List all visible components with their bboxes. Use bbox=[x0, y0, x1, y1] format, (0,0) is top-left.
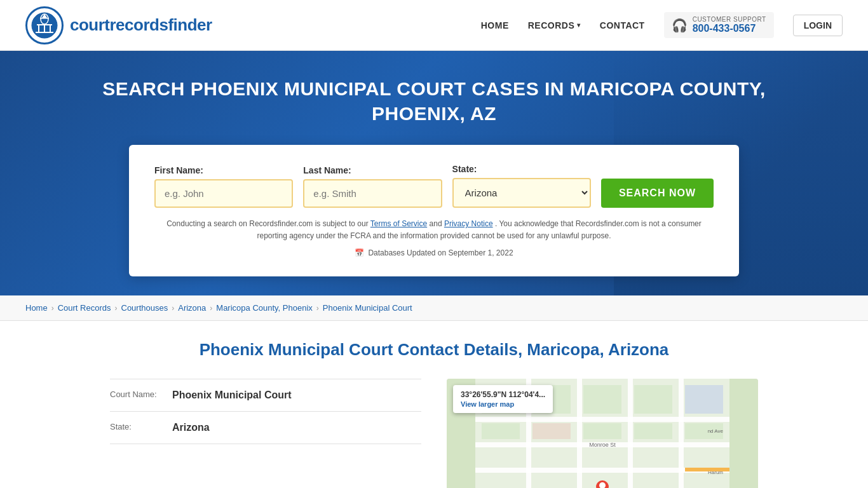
court-name-label: Court Name: bbox=[110, 390, 167, 399]
first-name-input[interactable] bbox=[154, 179, 293, 208]
breadcrumb-home[interactable]: Home bbox=[25, 303, 48, 313]
support-number: 800-433-0567 bbox=[693, 23, 766, 34]
disclaimer-text: Conducting a search on Recordsfinder.com… bbox=[154, 218, 714, 242]
privacy-link[interactable]: Privacy Notice bbox=[444, 219, 493, 228]
court-name-row: Court Name: Phoenix Municipal Court bbox=[110, 379, 421, 412]
support-area: 🎧 CUSTOMER SUPPORT 800-433-0567 bbox=[664, 12, 774, 38]
svg-rect-17 bbox=[679, 379, 684, 488]
logo[interactable]: courtrecordsfinder bbox=[25, 6, 212, 44]
breadcrumb-sep-1: › bbox=[51, 304, 54, 313]
db-update: 📅 Databases Updated on September 1, 2022 bbox=[154, 248, 714, 257]
last-name-label: Last Name: bbox=[303, 165, 442, 175]
logo-icon bbox=[25, 6, 64, 44]
svg-rect-5 bbox=[50, 25, 51, 32]
site-header: courtrecordsfinder HOME RECORDS ▾ CONTAC… bbox=[0, 0, 868, 51]
svg-rect-22 bbox=[685, 385, 723, 414]
support-label: CUSTOMER SUPPORT bbox=[693, 16, 766, 23]
svg-rect-23 bbox=[482, 423, 520, 439]
svg-rect-6 bbox=[36, 32, 53, 33]
svg-rect-26 bbox=[634, 423, 672, 439]
headset-icon: 🎧 bbox=[672, 18, 688, 33]
login-button[interactable]: LOGIN bbox=[793, 15, 843, 36]
map-panel: Monroe St nd Ave Harum P Adams street ga… bbox=[447, 379, 758, 488]
court-name-value: Phoenix Municipal Court bbox=[172, 390, 292, 401]
svg-rect-25 bbox=[583, 423, 621, 439]
search-fields: First Name: Last Name: State: AlabamaAla… bbox=[154, 164, 714, 208]
svg-rect-3 bbox=[38, 25, 39, 32]
state-row: State: Arizona bbox=[110, 412, 421, 444]
state-select[interactable]: AlabamaAlaskaArizonaArkansasCaliforniaCo… bbox=[452, 178, 591, 208]
breadcrumb-arizona[interactable]: Arizona bbox=[178, 303, 206, 313]
hero-title: SEARCH PHOENIX MUNICIPAL COURT CASES IN … bbox=[85, 76, 783, 126]
breadcrumb-maricopa[interactable]: Maricopa County, Phoenix bbox=[216, 303, 313, 313]
main-content: Phoenix Municipal Court Contact Details,… bbox=[85, 321, 783, 488]
breadcrumb-court-records[interactable]: Court Records bbox=[58, 303, 111, 313]
last-name-group: Last Name: bbox=[303, 165, 442, 208]
svg-text:nd Ave: nd Ave bbox=[708, 428, 724, 434]
first-name-label: First Name: bbox=[154, 165, 293, 175]
chevron-down-icon: ▾ bbox=[577, 22, 581, 29]
search-card: First Name: Last Name: State: AlabamaAla… bbox=[129, 145, 739, 276]
breadcrumb: Home › Court Records › Courthouses › Ari… bbox=[0, 295, 868, 321]
svg-rect-10 bbox=[475, 417, 729, 422]
map-overlay: 33°26'55.9"N 112°04'4... View larger map bbox=[453, 385, 553, 413]
first-name-group: First Name: bbox=[154, 165, 293, 208]
tos-link[interactable]: Terms of Service bbox=[370, 219, 427, 228]
main-nav: HOME RECORDS ▾ CONTACT 🎧 CUSTOMER SUPPOR… bbox=[481, 12, 843, 38]
breadcrumb-sep-3: › bbox=[172, 304, 174, 313]
nav-records[interactable]: RECORDS ▾ bbox=[528, 20, 581, 30]
svg-rect-2 bbox=[37, 24, 52, 25]
breadcrumb-courthouses[interactable]: Courthouses bbox=[121, 303, 168, 313]
state-label: State: bbox=[452, 164, 591, 174]
svg-text:Monroe St: Monroe St bbox=[589, 442, 616, 448]
svg-rect-15 bbox=[577, 379, 582, 488]
map-link[interactable]: View larger map bbox=[461, 400, 545, 408]
hero-content: SEARCH PHOENIX MUNICIPAL COURT CASES IN … bbox=[85, 76, 783, 276]
info-panel: Court Name: Phoenix Municipal Court Stat… bbox=[110, 379, 421, 488]
svg-rect-16 bbox=[628, 379, 633, 488]
svg-rect-7 bbox=[40, 18, 49, 19]
svg-rect-24 bbox=[532, 423, 571, 439]
state-info-label: State: bbox=[110, 422, 167, 431]
svg-rect-21 bbox=[634, 385, 672, 414]
section-title: Phoenix Municipal Court Contact Details,… bbox=[110, 340, 758, 360]
state-group: State: AlabamaAlaskaArizonaArkansasCalif… bbox=[452, 164, 591, 208]
logo-text: courtrecordsfinder bbox=[70, 15, 212, 35]
calendar-icon: 📅 bbox=[355, 248, 364, 257]
svg-rect-4 bbox=[44, 25, 45, 32]
nav-contact[interactable]: CONTACT bbox=[600, 20, 645, 30]
svg-rect-20 bbox=[583, 385, 621, 414]
breadcrumb-sep-4: › bbox=[210, 304, 212, 313]
state-info-value: Arizona bbox=[172, 422, 210, 433]
hero-section: SEARCH PHOENIX MUNICIPAL COURT CASES IN … bbox=[0, 51, 868, 295]
map-image: Monroe St nd Ave Harum P Adams street ga… bbox=[447, 379, 758, 488]
search-button[interactable]: SEARCH NOW bbox=[601, 179, 714, 208]
breadcrumb-sep-5: › bbox=[316, 304, 319, 313]
map-coords: 33°26'55.9"N 112°04'4... bbox=[461, 390, 545, 399]
breadcrumb-current: Phoenix Municipal Court bbox=[323, 303, 412, 313]
last-name-input[interactable] bbox=[303, 179, 442, 208]
content-grid: Court Name: Phoenix Municipal Court Stat… bbox=[110, 379, 758, 488]
nav-home[interactable]: HOME bbox=[481, 20, 509, 30]
breadcrumb-sep-2: › bbox=[115, 304, 118, 313]
svg-rect-36 bbox=[685, 468, 729, 471]
